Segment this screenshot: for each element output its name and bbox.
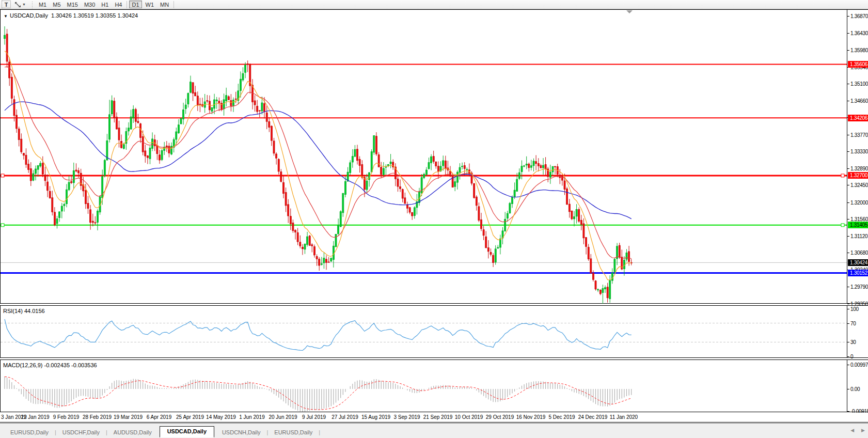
chart-title: ▼USDCAD,Daily 1.30426 1.30519 1.30355 1.… — [4, 12, 138, 19]
rsi-chart-canvas[interactable] — [1, 306, 847, 358]
toolbar-separator — [173, 1, 174, 8]
hline-handle-left[interactable] — [1, 174, 4, 177]
macd-histogram — [5, 377, 632, 412]
tab-separator: | — [319, 429, 320, 438]
macd-axis[interactable]: 0.0099750.00-0.00915 — [847, 360, 868, 412]
timeframe-button-m1[interactable]: M1 — [36, 1, 49, 8]
macd-signal-line — [5, 377, 632, 410]
tab-scroll-left-icon[interactable]: ◀ — [850, 427, 854, 433]
price-axis-tick: 1.36430 — [847, 30, 868, 36]
price-axis-tick: 1.36870 — [847, 13, 868, 19]
timeframe-button-h1[interactable]: H1 — [99, 1, 111, 8]
timeframe-button-m15[interactable]: M15 — [65, 1, 81, 8]
price-axis-tick: 1.29790 — [847, 284, 868, 290]
rsi-axis[interactable]: 10070300 — [847, 306, 868, 357]
price-axis-tick: 1.33770 — [847, 132, 868, 138]
main-chart-panel: ▼USDCAD,Daily 1.30426 1.30519 1.30355 1.… — [0, 9, 868, 304]
macd-axis-tick: 0.009975 — [847, 362, 868, 368]
chart-tabs: EURUSD,Daily|USDCHF,Daily|AUDUSD,Daily|U… — [0, 424, 320, 438]
date-axis-label: 11 Jan 2020 — [606, 414, 642, 420]
macd-axis-tick: 0.00 — [847, 386, 860, 392]
rsi-axis-tick: 70 — [847, 320, 856, 326]
rsi-line — [5, 319, 632, 351]
hline-handle-left[interactable] — [1, 224, 4, 227]
price-axis-tick: 1.31120 — [847, 233, 867, 239]
hline-price-label: 1.30152 — [848, 270, 868, 276]
chart-shift-marker[interactable] — [626, 10, 633, 13]
chart-tab-usdchf-1[interactable]: USDCHF,Daily — [56, 428, 106, 438]
crosshair-icon — [14, 2, 21, 8]
toolbar-separator — [127, 1, 127, 8]
price-chart-canvas[interactable] — [1, 10, 847, 304]
ma-medium-line — [5, 67, 632, 259]
chart-tab-eurusd-5[interactable]: EURUSD,Daily — [268, 428, 319, 438]
rsi-indicator-panel: RSI(14) 44.0156 10070300 — [0, 305, 868, 358]
hline-price-label: 1.31405 — [848, 222, 868, 228]
rsi-axis-tick: 30 — [847, 339, 856, 345]
chevron-down-icon: ▼ — [22, 3, 26, 6]
trading-terminal-window: T ▼ M1M5M15M30H1H4D1W1MN ▼USDCAD,Daily 1… — [0, 0, 868, 438]
chart-toolbar: T ▼ M1M5M15M30H1H4D1W1MN — [0, 0, 868, 9]
timeframe-button-group: M1M5M15M30H1H4D1W1MN — [36, 1, 176, 8]
chart-tab-usdcad-3[interactable]: USDCAD,Daily — [160, 426, 214, 437]
collapse-arrow-icon[interactable]: ▼ — [4, 14, 8, 19]
toolbar-grip — [30, 1, 34, 8]
price-axis-tick: 1.35980 — [847, 47, 868, 53]
chart-tab-eurusd-0[interactable]: EURUSD,Daily — [4, 428, 55, 438]
tab-scroll-right-icon[interactable]: ▶ — [861, 427, 865, 433]
macd-indicator-panel: MACD(12,26,9) -0.002435 -0.003536 0.0099… — [0, 359, 868, 412]
timeframe-button-m5[interactable]: M5 — [50, 1, 63, 8]
chart-symbol-period: USDCAD,Daily — [10, 12, 48, 19]
price-axis[interactable]: 1.368701.364301.359801.355401.351001.346… — [847, 10, 868, 303]
price-axis-tick: 1.30680 — [847, 249, 868, 256]
macd-chart-canvas[interactable] — [1, 360, 847, 413]
macd-label: MACD(12,26,9) -0.002435 -0.003536 — [3, 362, 97, 368]
price-axis-tick: 1.32450 — [847, 182, 868, 188]
timeframe-button-mn[interactable]: MN — [157, 1, 171, 8]
price-axis-tick: 1.34660 — [847, 98, 868, 104]
hline-handle-right[interactable] — [841, 174, 844, 177]
current-price-label: 1.30424 — [848, 259, 868, 266]
price-axis-tick: 1.35100 — [847, 81, 868, 87]
time-axis[interactable]: 3 Jan 201922 Jan 20199 Feb 201928 Feb 20… — [0, 413, 868, 423]
ma-slow-line — [5, 102, 632, 219]
timeframe-button-w1[interactable]: W1 — [143, 1, 157, 8]
hline-handle-right[interactable] — [841, 224, 844, 227]
price-axis-tick: 1.32000 — [847, 199, 868, 206]
rsi-axis-tick: 100 — [847, 306, 859, 312]
chart-tab-audusd-2[interactable]: AUDUSD,Daily — [107, 428, 158, 438]
hline-price-label: 1.32700 — [848, 172, 868, 179]
hline-price-label: 1.35606 — [848, 61, 868, 68]
chart-tab-bar: EURUSD,Daily|USDCHF,Daily|AUDUSD,Daily|U… — [0, 423, 868, 438]
chart-ohlc-quotes: 1.30426 1.30519 1.30355 1.30424 — [51, 12, 138, 19]
price-axis-tick: 1.32890 — [847, 165, 868, 171]
chart-tab-usdcnh-4[interactable]: USDCNH,Daily — [216, 428, 267, 438]
text-tool-button[interactable]: T — [2, 1, 11, 8]
crosshair-tool-button[interactable]: ▼ — [12, 1, 28, 8]
hline-price-label: 1.34206 — [848, 115, 868, 121]
timeframe-button-m30[interactable]: M30 — [82, 1, 98, 8]
timeframe-button-h4[interactable]: H4 — [112, 1, 124, 8]
rsi-label: RSI(14) 44.0156 — [3, 308, 45, 314]
timeframe-button-d1[interactable]: D1 — [129, 1, 141, 8]
rsi-axis-tick: 0 — [847, 353, 853, 359]
ma-fast-line — [5, 51, 632, 280]
price-axis-tick: 1.33330 — [847, 148, 868, 154]
